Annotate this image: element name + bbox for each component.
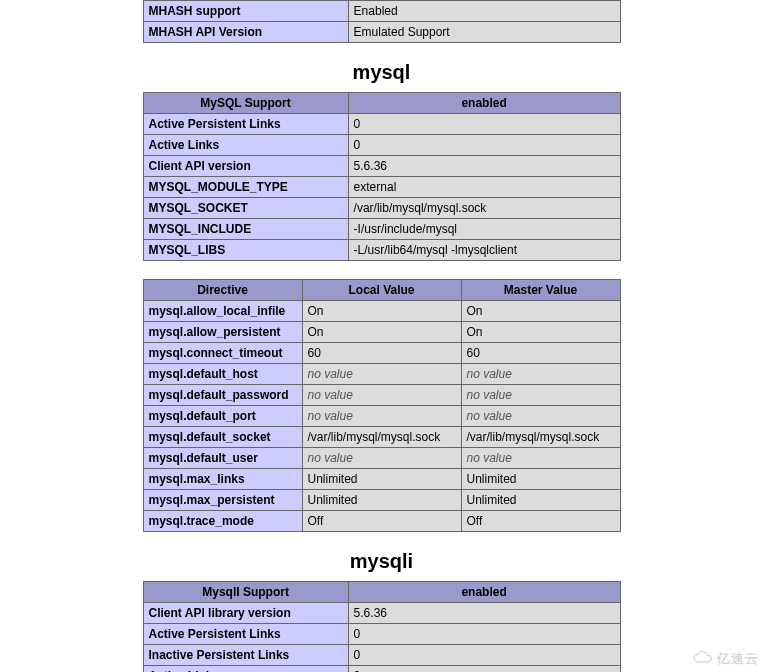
config-value: 0	[348, 666, 620, 673]
directive-name: mysql.allow_local_infile	[143, 301, 302, 322]
table-row: mysql.default_socket/var/lib/mysql/mysql…	[143, 427, 620, 448]
table-header-row: MysqlI Supportenabled	[143, 582, 620, 603]
table-row: mysql.default_hostno valueno value	[143, 364, 620, 385]
table-row: Active Persistent Links0	[143, 114, 620, 135]
config-value: 0	[348, 624, 620, 645]
table-row: Active Links0	[143, 666, 620, 673]
directive-name: mysql.trace_mode	[143, 511, 302, 532]
section-heading-mysql: mysql	[0, 61, 763, 84]
local-value: Unlimited	[302, 469, 461, 490]
table-row: mysql.default_passwordno valueno value	[143, 385, 620, 406]
directive-name: mysql.connect_timeout	[143, 343, 302, 364]
table-row: mysql.allow_persistentOnOn	[143, 322, 620, 343]
column-header: MySQL Support	[143, 93, 348, 114]
local-value: On	[302, 322, 461, 343]
directive-name: mysql.default_socket	[143, 427, 302, 448]
section-heading-mysqli: mysqli	[0, 550, 763, 573]
config-key: MHASH API Version	[143, 22, 348, 43]
local-value: /var/lib/mysql/mysql.sock	[302, 427, 461, 448]
table-row: mysql.max_linksUnlimitedUnlimited	[143, 469, 620, 490]
directive-name: mysql.allow_persistent	[143, 322, 302, 343]
table-row: MHASH supportEnabled	[143, 1, 620, 22]
config-value: Emulated Support	[348, 22, 620, 43]
master-value: no value	[461, 448, 620, 469]
column-header: Directive	[143, 280, 302, 301]
config-key: MHASH support	[143, 1, 348, 22]
config-value: 5.6.36	[348, 603, 620, 624]
config-value: external	[348, 177, 620, 198]
master-value: no value	[461, 364, 620, 385]
config-value: 0	[348, 114, 620, 135]
table-row: mysql.default_userno valueno value	[143, 448, 620, 469]
config-key: Client API library version	[143, 603, 348, 624]
mhash-table: MHASH supportEnabledMHASH API VersionEmu…	[143, 0, 621, 43]
mysql-info-table: MySQL SupportenabledActive Persistent Li…	[143, 92, 621, 261]
directive-name: mysql.default_host	[143, 364, 302, 385]
table-row: Inactive Persistent Links0	[143, 645, 620, 666]
local-value: no value	[302, 385, 461, 406]
config-key: Active Persistent Links	[143, 624, 348, 645]
table-row: mysql.trace_modeOffOff	[143, 511, 620, 532]
mysql-directives-table: DirectiveLocal ValueMaster Valuemysql.al…	[143, 279, 621, 532]
master-value: Off	[461, 511, 620, 532]
master-value: Unlimited	[461, 490, 620, 511]
config-key: Active Links	[143, 135, 348, 156]
table-row: mysql.max_persistentUnlimitedUnlimited	[143, 490, 620, 511]
master-value: On	[461, 322, 620, 343]
master-value: 60	[461, 343, 620, 364]
config-value: Enabled	[348, 1, 620, 22]
watermark-text: 亿速云	[717, 650, 759, 668]
local-value: On	[302, 301, 461, 322]
local-value: no value	[302, 406, 461, 427]
column-header: Local Value	[302, 280, 461, 301]
directive-name: mysql.default_password	[143, 385, 302, 406]
config-key: Active Persistent Links	[143, 114, 348, 135]
column-header: enabled	[348, 93, 620, 114]
config-value: -L/usr/lib64/mysql -lmysqlclient	[348, 240, 620, 261]
mysqli-info-table: MysqlI SupportenabledClient API library …	[143, 581, 621, 672]
config-value: 5.6.36	[348, 156, 620, 177]
master-value: Unlimited	[461, 469, 620, 490]
master-value: no value	[461, 385, 620, 406]
watermark: 亿速云	[693, 650, 759, 668]
config-value: 0	[348, 135, 620, 156]
table-row: mysql.connect_timeout6060	[143, 343, 620, 364]
config-key: MYSQL_SOCKET	[143, 198, 348, 219]
table-row: Client API library version5.6.36	[143, 603, 620, 624]
config-key: MYSQL_INCLUDE	[143, 219, 348, 240]
table-row: MYSQL_LIBS-L/usr/lib64/mysql -lmysqlclie…	[143, 240, 620, 261]
cloud-icon	[693, 651, 713, 668]
config-key: MYSQL_MODULE_TYPE	[143, 177, 348, 198]
directive-name: mysql.max_links	[143, 469, 302, 490]
config-key: Active Links	[143, 666, 348, 673]
column-header: Master Value	[461, 280, 620, 301]
directive-name: mysql.default_user	[143, 448, 302, 469]
table-row: mysql.default_portno valueno value	[143, 406, 620, 427]
table-row: MYSQL_MODULE_TYPEexternal	[143, 177, 620, 198]
table-row: mysql.allow_local_infileOnOn	[143, 301, 620, 322]
local-value: no value	[302, 448, 461, 469]
master-value: /var/lib/mysql/mysql.sock	[461, 427, 620, 448]
table-row: MHASH API VersionEmulated Support	[143, 22, 620, 43]
config-key: MYSQL_LIBS	[143, 240, 348, 261]
column-header: enabled	[348, 582, 620, 603]
config-value: -I/usr/include/mysql	[348, 219, 620, 240]
table-row: MYSQL_INCLUDE-I/usr/include/mysql	[143, 219, 620, 240]
config-value: 0	[348, 645, 620, 666]
table-row: Active Links0	[143, 135, 620, 156]
table-header-row: MySQL Supportenabled	[143, 93, 620, 114]
local-value: Unlimited	[302, 490, 461, 511]
directive-name: mysql.default_port	[143, 406, 302, 427]
directive-name: mysql.max_persistent	[143, 490, 302, 511]
local-value: 60	[302, 343, 461, 364]
table-row: Client API version5.6.36	[143, 156, 620, 177]
table-row: MYSQL_SOCKET/var/lib/mysql/mysql.sock	[143, 198, 620, 219]
column-header: MysqlI Support	[143, 582, 348, 603]
config-key: Client API version	[143, 156, 348, 177]
master-value: no value	[461, 406, 620, 427]
table-row: Active Persistent Links0	[143, 624, 620, 645]
local-value: no value	[302, 364, 461, 385]
local-value: Off	[302, 511, 461, 532]
table-header-row: DirectiveLocal ValueMaster Value	[143, 280, 620, 301]
master-value: On	[461, 301, 620, 322]
